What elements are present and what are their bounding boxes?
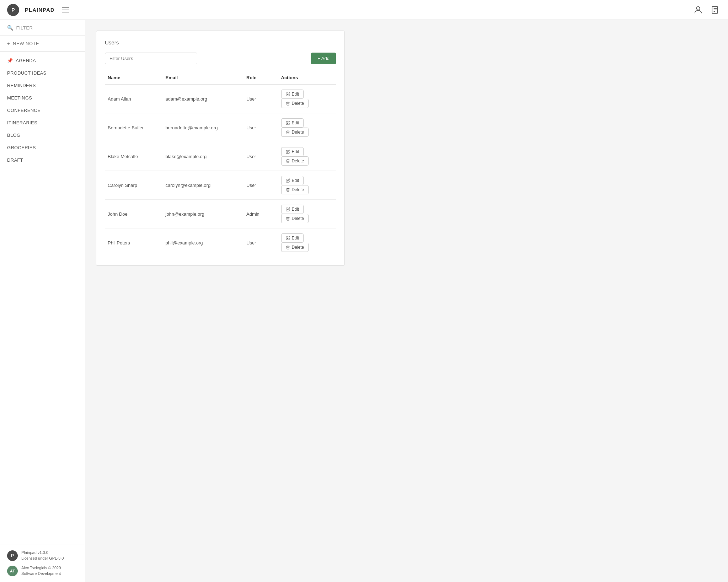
footer-logo: P xyxy=(7,550,18,561)
cell-name: John Doe xyxy=(105,200,163,228)
sidebar-item-agenda[interactable]: 📌AGENDA xyxy=(0,54,85,67)
filter-users-input[interactable] xyxy=(105,53,197,64)
edit-button[interactable]: Edit xyxy=(281,147,304,156)
sidebar-footer: P Plainpad v1.0.0 Licensed under GPL-3.0… xyxy=(0,544,85,582)
user-profile-icon[interactable] xyxy=(692,4,704,16)
sidebar-item-itineraries[interactable]: ITINERARIES xyxy=(0,117,85,129)
footer-author: AT Alex Tselegidis © 2020 Software Devel… xyxy=(7,565,78,576)
table-row: Carolyn Sharpcarolyn@example.orgUser Edi… xyxy=(105,171,336,200)
hamburger-menu[interactable] xyxy=(60,6,70,14)
col-header-name: Name xyxy=(105,71,163,84)
sidebar-nav: 📌AGENDAPRODUCT IDEASREMINDERSMEETINGSCON… xyxy=(0,52,85,544)
version-text: Plainpad v1.0.0 xyxy=(21,550,64,555)
delete-button[interactable]: Delete xyxy=(281,99,309,108)
sidebar-item-product-ideas[interactable]: PRODUCT IDEAS xyxy=(0,67,85,79)
pin-icon: 📌 xyxy=(7,58,13,63)
cell-role: User xyxy=(243,171,278,200)
edit-button[interactable]: Edit xyxy=(281,233,304,243)
cell-actions: Edit Delete xyxy=(278,113,336,142)
app-title: PLAINPAD xyxy=(25,7,55,13)
filter-label: FILTER xyxy=(16,25,33,31)
sidebar-item-blog[interactable]: BLOG xyxy=(0,129,85,141)
table-row: Bernadette Butlerbernadette@example.orgU… xyxy=(105,113,336,142)
col-header-role: Role xyxy=(243,71,278,84)
users-table-body: Adam Allanadam@example.orgUser Edit Dele… xyxy=(105,84,336,257)
cell-actions: Edit Delete xyxy=(278,171,336,200)
author-role: Software Development xyxy=(21,571,61,576)
main-layout: 🔍 FILTER + NEW NOTE 📌AGENDAPRODUCT IDEAS… xyxy=(0,20,728,582)
cell-role: User xyxy=(243,113,278,142)
navbar: P PLAINPAD xyxy=(0,0,728,20)
footer-plainpad: P Plainpad v1.0.0 Licensed under GPL-3.0 xyxy=(7,550,78,561)
sidebar-item-label: GROCERIES xyxy=(7,145,36,150)
svg-point-0 xyxy=(696,6,700,10)
sidebar-item-conference[interactable]: CONFERENCE xyxy=(0,104,85,117)
notes-icon[interactable] xyxy=(710,4,721,16)
users-toolbar: + Add xyxy=(105,53,336,64)
search-icon: 🔍 xyxy=(7,25,14,31)
cell-actions: Edit Delete xyxy=(278,200,336,228)
cell-name: Adam Allan xyxy=(105,84,163,113)
cell-role: Admin xyxy=(243,200,278,228)
cell-email: phil@example.org xyxy=(163,228,244,257)
sidebar-item-reminders[interactable]: REMINDERS xyxy=(0,79,85,92)
users-table: Name Email Role Actions Adam Allanadam@e… xyxy=(105,71,336,257)
cell-role: User xyxy=(243,84,278,113)
new-note-label: NEW NOTE xyxy=(13,41,39,46)
license-text: Licensed under GPL-3.0 xyxy=(21,556,64,561)
cell-actions: Edit Delete xyxy=(278,228,336,257)
delete-button[interactable]: Delete xyxy=(281,214,309,223)
cell-name: Phil Peters xyxy=(105,228,163,257)
cell-name: Carolyn Sharp xyxy=(105,171,163,200)
table-row: Blake Metcalfeblake@example.orgUser Edit… xyxy=(105,142,336,171)
sidebar: 🔍 FILTER + NEW NOTE 📌AGENDAPRODUCT IDEAS… xyxy=(0,20,85,582)
author-avatar: AT xyxy=(7,566,18,576)
sidebar-item-groceries[interactable]: GROCERIES xyxy=(0,141,85,154)
sidebar-item-draft[interactable]: DRAFT xyxy=(0,154,85,166)
cell-email: john@example.org xyxy=(163,200,244,228)
cell-actions: Edit Delete xyxy=(278,142,336,171)
app-logo: P xyxy=(7,4,19,16)
navbar-right xyxy=(692,4,721,16)
sidebar-item-label: MEETINGS xyxy=(7,95,32,101)
col-header-actions: Actions xyxy=(278,71,336,84)
cell-name: Blake Metcalfe xyxy=(105,142,163,171)
author-name: Alex Tselegidis © 2020 xyxy=(21,565,61,571)
sidebar-filter[interactable]: 🔍 FILTER xyxy=(0,20,85,36)
plus-icon: + xyxy=(7,41,10,46)
sidebar-item-label: AGENDA xyxy=(16,58,36,63)
sidebar-item-label: BLOG xyxy=(7,133,20,138)
table-header: Name Email Role Actions xyxy=(105,71,336,84)
delete-button[interactable]: Delete xyxy=(281,156,309,166)
cell-role: User xyxy=(243,142,278,171)
sidebar-item-label: REMINDERS xyxy=(7,83,36,88)
users-card: Users + Add Name Email Role Actions A xyxy=(96,31,345,266)
edit-button[interactable]: Edit xyxy=(281,205,304,214)
edit-button[interactable]: Edit xyxy=(281,118,304,128)
cell-email: blake@example.org xyxy=(163,142,244,171)
delete-button[interactable]: Delete xyxy=(281,185,309,194)
add-user-button[interactable]: + Add xyxy=(311,53,336,64)
sidebar-item-label: CONFERENCE xyxy=(7,108,41,113)
table-row: Phil Petersphil@example.orgUser Edit Del… xyxy=(105,228,336,257)
table-row: John Doejohn@example.orgAdmin Edit Delet… xyxy=(105,200,336,228)
col-header-email: Email xyxy=(163,71,244,84)
cell-actions: Edit Delete xyxy=(278,84,336,113)
sidebar-item-meetings[interactable]: MEETINGS xyxy=(0,92,85,104)
delete-button[interactable]: Delete xyxy=(281,128,309,137)
cell-email: carolyn@example.org xyxy=(163,171,244,200)
cell-name: Bernadette Butler xyxy=(105,113,163,142)
sidebar-item-label: PRODUCT IDEAS xyxy=(7,70,47,76)
navbar-left: P PLAINPAD xyxy=(7,4,70,16)
new-note-button[interactable]: + NEW NOTE xyxy=(0,36,85,52)
footer-version-info: Plainpad v1.0.0 Licensed under GPL-3.0 xyxy=(21,550,64,561)
edit-button[interactable]: Edit xyxy=(281,90,304,99)
cell-email: bernadette@example.org xyxy=(163,113,244,142)
delete-button[interactable]: Delete xyxy=(281,243,309,252)
table-row: Adam Allanadam@example.orgUser Edit Dele… xyxy=(105,84,336,113)
card-title: Users xyxy=(105,39,336,45)
cell-role: User xyxy=(243,228,278,257)
sidebar-item-label: ITINERARIES xyxy=(7,120,37,125)
cell-email: adam@example.org xyxy=(163,84,244,113)
edit-button[interactable]: Edit xyxy=(281,176,304,185)
